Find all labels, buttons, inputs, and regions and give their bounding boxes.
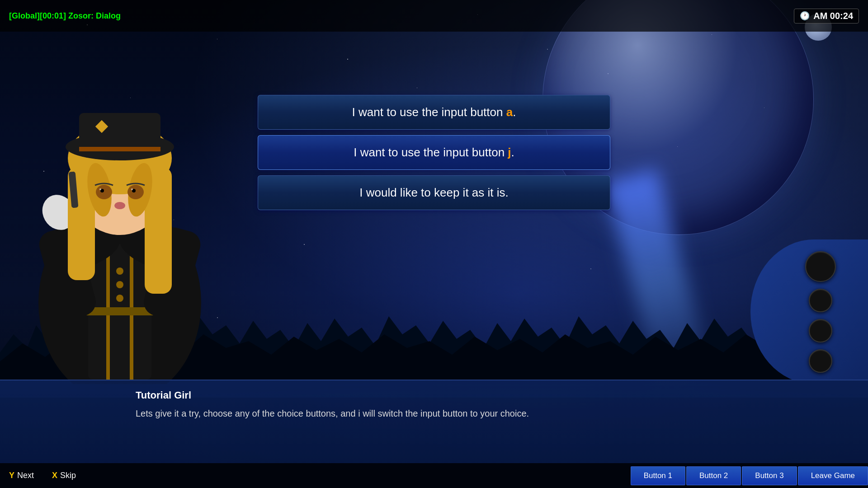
controller-button-top[interactable] [805, 251, 836, 282]
skip-button[interactable]: X Skip [43, 467, 85, 484]
action-button-1[interactable]: Button 1 [631, 466, 685, 485]
choice-j-text-after: . [511, 145, 514, 159]
next-button[interactable]: Y Next [0, 467, 43, 484]
dialog-text: Lets give it a try, choose any of the ch… [136, 407, 732, 420]
next-key: Y [9, 471, 14, 480]
debug-info: [Global][00:01] Zosor: Dialog [9, 11, 121, 21]
controller-button-mid1[interactable] [809, 289, 832, 312]
skip-label: Skip [60, 471, 76, 480]
choice-j-highlight: j [508, 145, 511, 159]
action-button-3[interactable]: Button 3 [742, 466, 797, 485]
bottom-toolbar: Y Next X Skip Button 1 Button 2 Button 3… [0, 463, 868, 488]
svg-point-30 [114, 202, 125, 209]
clock-time: AM 00:24 [813, 11, 853, 21]
choice-j-text-before: I want to use the input button [354, 145, 508, 159]
choice-keep-text: I would like to keep it as it is. [359, 186, 508, 199]
svg-point-4 [116, 267, 123, 275]
clock-icon: 🕐 [800, 11, 810, 21]
choices-container: I want to use the input button a. I want… [258, 95, 610, 210]
svg-point-24 [96, 185, 112, 199]
controller-button-bottom[interactable] [809, 349, 832, 373]
svg-point-28 [99, 188, 101, 190]
bottom-right-actions: Button 1 Button 2 Button 3 Leave Game [631, 466, 868, 485]
choice-button-j[interactable]: I want to use the input button j. [258, 135, 610, 170]
speaker-name: Tutorial Girl [136, 389, 732, 401]
svg-rect-7 [86, 307, 154, 315]
skip-key: X [52, 471, 57, 480]
next-label: Next [17, 471, 34, 480]
controller-overlay [741, 249, 868, 384]
svg-rect-22 [79, 147, 160, 151]
choice-a-highlight: a [506, 105, 513, 119]
svg-point-6 [116, 295, 123, 302]
svg-point-29 [131, 188, 133, 190]
choice-a-text-before: I want to use the input button [352, 105, 506, 119]
controller-button-mid2[interactable] [809, 319, 832, 343]
svg-point-5 [116, 281, 123, 288]
controller-circle [750, 239, 868, 384]
leave-game-button[interactable]: Leave Game [798, 466, 868, 485]
choice-button-a[interactable]: I want to use the input button a. [258, 95, 610, 130]
action-button-2[interactable]: Button 2 [686, 466, 741, 485]
top-bar: [Global][00:01] Zosor: Dialog 🕐 AM 00:24 [0, 0, 868, 32]
bottom-left-nav: Y Next X Skip [0, 467, 85, 484]
svg-point-25 [127, 185, 144, 199]
choice-a-text-after: . [513, 105, 516, 119]
character [0, 77, 240, 384]
svg-rect-21 [79, 113, 160, 149]
choice-button-keep[interactable]: I would like to keep it as it is. [258, 175, 610, 210]
clock-widget: 🕐 AM 00:24 [794, 9, 859, 23]
